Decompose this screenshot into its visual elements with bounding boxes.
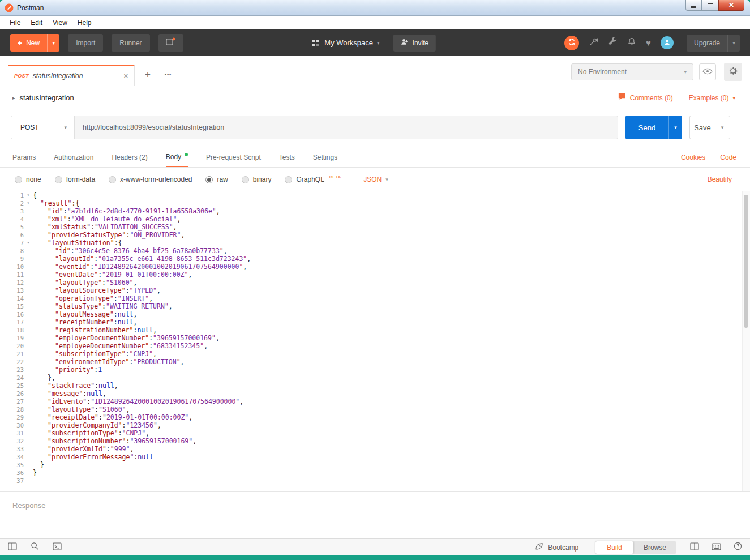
upgrade-button[interactable]: Upgrade: [687, 35, 727, 52]
settings-wrench-button[interactable]: [608, 37, 618, 49]
tab-settings[interactable]: Settings: [313, 147, 337, 167]
send-button[interactable]: Send: [625, 116, 668, 139]
body-type-option[interactable]: raw: [205, 176, 228, 183]
environment-quick-look-button[interactable]: [699, 63, 716, 80]
maximize-button[interactable]: [702, 0, 718, 11]
examples-dropdown[interactable]: Examples (0) ▾: [689, 94, 735, 102]
tab-headers[interactable]: Headers (2): [112, 147, 147, 167]
body-type-option[interactable]: form-data: [55, 176, 95, 183]
send-dropdown-button[interactable]: ▾: [668, 116, 682, 139]
tab-pre-request-script[interactable]: Pre-request Script: [206, 147, 261, 167]
tab-options-button[interactable]: •••: [160, 67, 176, 82]
beautify-link[interactable]: Beautify: [708, 176, 750, 183]
two-pane-view-button[interactable]: [690, 542, 699, 553]
code-line[interactable]: 24},: [0, 374, 750, 382]
method-selector[interactable]: POST ▾: [11, 116, 75, 139]
tab-tests[interactable]: Tests: [279, 147, 295, 167]
save-button[interactable]: Save: [689, 116, 715, 139]
body-type-option[interactable]: GraphQLBETA: [285, 176, 341, 183]
code-line[interactable]: 30"providerCompanyId":"123456",: [0, 421, 750, 429]
code-link[interactable]: Code: [720, 153, 736, 161]
code-line[interactable]: 15"statusType":"WAITING_RETURN",: [0, 302, 750, 310]
code-line[interactable]: 7▾"layoutSituation":{: [0, 239, 750, 247]
window-titlebar[interactable]: Postman ✕: [0, 0, 750, 16]
code-line[interactable]: 16"layoutMessage":null,: [0, 310, 750, 318]
code-line[interactable]: 18"registrationNumber":null,: [0, 326, 750, 334]
code-line[interactable]: 4"xml":"XML do leiaute do eSocial",: [0, 215, 750, 223]
request-name[interactable]: statusIntegration: [20, 93, 74, 102]
upgrade-dropdown-button[interactable]: ▾: [727, 35, 740, 52]
code-line[interactable]: 29"receiptDate":"2019-01-01T00:00:00Z",: [0, 413, 750, 421]
code-line[interactable]: 26"message":null,: [0, 390, 750, 397]
user-avatar[interactable]: [661, 36, 674, 49]
code-line[interactable]: 32"subscriptionNumber":"39659157000169",: [0, 437, 750, 445]
save-dropdown-button[interactable]: ▾: [715, 116, 730, 139]
console-button[interactable]: [53, 542, 62, 553]
tab-body[interactable]: Body: [166, 147, 188, 167]
code-line[interactable]: 17"receiptNumber":null,: [0, 318, 750, 326]
menu-help[interactable]: Help: [72, 19, 97, 27]
new-dropdown-button[interactable]: ▾: [47, 34, 59, 52]
code-line[interactable]: 6"providerStatusType":"ON_PROVIDER",: [0, 231, 750, 239]
code-line[interactable]: 28"layoutType":"S1060",: [0, 405, 750, 413]
cookies-link[interactable]: Cookies: [681, 153, 705, 161]
shortcuts-button[interactable]: [712, 542, 721, 553]
minimize-button[interactable]: [685, 0, 702, 11]
new-button[interactable]: + New: [10, 34, 47, 52]
menu-file[interactable]: File: [5, 19, 25, 27]
request-tab[interactable]: POST statusIntegration ✕: [8, 65, 135, 86]
browse-toggle[interactable]: Browse: [633, 541, 676, 554]
invite-button[interactable]: Invite: [393, 35, 436, 52]
scrollbar-thumb[interactable]: [744, 195, 748, 328]
code-line[interactable]: 2▾"result":{: [0, 199, 750, 207]
code-line[interactable]: 35}: [0, 461, 750, 469]
workspace-switcher[interactable]: My Workspace ▾ Invite: [311, 35, 436, 52]
new-window-button[interactable]: [158, 34, 183, 52]
code-line[interactable]: 19"employerDocumentNumber":"396591570001…: [0, 334, 750, 342]
code-line[interactable]: 20"employeeDocumentNumber":"68334152345"…: [0, 342, 750, 350]
code-line[interactable]: 11"eventDate":"2019-01-01T00:00:00Z",: [0, 271, 750, 279]
code-line[interactable]: 25"stackTrace":null,: [0, 382, 750, 390]
menu-view[interactable]: View: [48, 19, 72, 27]
body-editor[interactable]: 1▾{2▾"result":{3"id":"a7b1df6c-2d8d-4770…: [0, 191, 750, 491]
code-line[interactable]: 1▾{: [0, 191, 750, 199]
menu-edit[interactable]: Edit: [25, 19, 48, 27]
code-line[interactable]: 34"providerErrorMessage":null: [0, 453, 750, 461]
code-line[interactable]: 12"layoutType":"S1060",: [0, 279, 750, 287]
code-line[interactable]: 9"layoutId":"01a7355c-e661-4198-8653-511…: [0, 255, 750, 263]
code-line[interactable]: 14"operationType":"INSERT",: [0, 294, 750, 302]
sync-status-button[interactable]: [564, 36, 579, 50]
tab-params[interactable]: Params: [12, 147, 36, 167]
body-type-option[interactable]: none: [15, 176, 41, 183]
find-replace-button[interactable]: [31, 542, 39, 553]
code-line[interactable]: 21"subscriptionType":"CNPJ",: [0, 350, 750, 358]
help-button[interactable]: [734, 542, 742, 553]
close-button[interactable]: ✕: [718, 0, 744, 11]
url-input[interactable]: [75, 116, 618, 139]
bootcamp-button[interactable]: Bootcamp: [535, 542, 578, 553]
code-line[interactable]: 36}: [0, 469, 750, 477]
tab-authorization[interactable]: Authorization: [54, 147, 93, 167]
notifications-button[interactable]: [627, 37, 636, 49]
sidebar-toggle-button[interactable]: [8, 542, 17, 553]
code-line[interactable]: 31"subscriptionType":"CNPJ",: [0, 429, 750, 437]
environment-settings-button[interactable]: [724, 63, 742, 81]
code-line[interactable]: 33"providerXmlId":"999",: [0, 445, 750, 453]
code-line[interactable]: 8"id":"306c4c5e-8376-4ba4-bf25-6a78a0b77…: [0, 247, 750, 255]
body-language-selector[interactable]: JSON ▾: [363, 176, 388, 183]
code-line[interactable]: 27"idEvento":"ID124892642000100201906170…: [0, 397, 750, 405]
code-line[interactable]: 5"xmlStatus":"VALIDATION_SUCCESS",: [0, 223, 750, 231]
body-type-option[interactable]: binary: [242, 176, 272, 183]
open-new-tab-button[interactable]: +: [140, 67, 155, 82]
environment-selector[interactable]: No Environment ▾: [571, 63, 693, 80]
tab-close-icon[interactable]: ✕: [123, 72, 128, 80]
code-line[interactable]: 22"environmentIdType":"PRODUCTION",: [0, 358, 750, 366]
favorites-button[interactable]: ♥: [646, 39, 651, 47]
code-line[interactable]: 3"id":"a7b1df6c-2d8d-4770-9191-1fa6558a3…: [0, 207, 750, 215]
body-type-option[interactable]: x-www-form-urlencoded: [109, 176, 192, 183]
disclosure-triangle-icon[interactable]: ▸: [12, 95, 15, 101]
code-line[interactable]: 13"layoutSourceType":"TYPED",: [0, 287, 750, 294]
capture-requests-button[interactable]: [589, 37, 598, 49]
workspace-label[interactable]: My Workspace: [324, 39, 373, 47]
runner-button[interactable]: Runner: [112, 34, 149, 52]
